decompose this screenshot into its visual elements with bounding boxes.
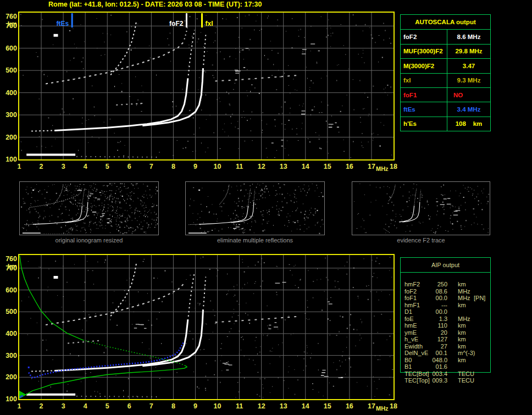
x-tick-label: 8 <box>167 402 179 410</box>
x-tick-label: 11 <box>234 163 246 170</box>
parameter-value: 20 <box>422 329 447 336</box>
parameter-name: Ewidth <box>404 343 423 350</box>
parameter-unit: km <box>458 357 466 364</box>
echo-traces <box>26 263 297 397</box>
trace-f2-o-mode-top <box>189 30 195 76</box>
y-tick-label: 500 <box>1 67 17 74</box>
parameter-value: 110 <box>422 322 447 329</box>
bright-blob <box>54 34 58 37</box>
trace-second-hop <box>30 193 81 208</box>
y-tick-label: 400 <box>1 89 17 97</box>
parameter-value: 00.0 <box>422 295 447 302</box>
parameter-value: 00.1 <box>422 350 447 357</box>
parameter-name: MUF(3000)F2 <box>401 45 447 58</box>
x-tick-label: 7 <box>145 163 157 170</box>
x-axis-unit: MHz <box>376 165 389 172</box>
echo-traces <box>189 185 255 233</box>
aip-table-rows: hmF2250kmfoF208.6MHzfoF100.0MHz[PN]hmF1-… <box>401 281 490 384</box>
y-tick-label: 760 <box>1 255 17 263</box>
trace-f2-x-mode <box>65 202 88 223</box>
noise-speckle <box>20 14 392 158</box>
x-tick-label: 8 <box>167 163 179 170</box>
x-tick-label: 4 <box>79 163 91 170</box>
aip-row-D1: D100.0 <box>401 308 490 316</box>
parameter-name: foF1 <box>401 88 447 102</box>
y-tick-label: 200 <box>1 373 17 381</box>
trace-second-hop-top <box>81 187 82 192</box>
bottom-ionogram-canvas <box>19 255 394 399</box>
panel-evidence-f2-trace-canvas <box>352 182 490 235</box>
parameter-name: foE <box>404 316 414 323</box>
caption-original-ionogram: original ionogram resized <box>19 237 159 244</box>
trace-f2-x-mode <box>231 202 254 223</box>
y-tick-label: 700 <box>1 22 17 30</box>
parameter-name: hmF2 <box>404 281 420 288</box>
trace-f2-x-mode-top <box>254 190 255 201</box>
autoscala-screen: Rome (lat: +41.8, lon: 012.5) - DATE: 20… <box>0 0 532 415</box>
trace-f-trace-lead <box>31 130 54 131</box>
trace-f2-x-mode <box>402 202 420 222</box>
autoscala-row-fxI: fxI9.3 MHz <box>401 73 490 87</box>
restored-trace <box>20 343 184 398</box>
x-tick-label: 12 <box>256 163 268 170</box>
autoscala-output-table: AUTOSCALA outputfoF28.6 MHzMUF(3000)F229… <box>400 14 491 131</box>
trace-second-hop-curl <box>389 185 395 201</box>
aip-row-foE: foE1.3MHz <box>401 316 490 323</box>
x-tick-label: 6 <box>123 402 135 410</box>
parameter-value: 29.8 MHz <box>447 45 490 58</box>
x-tick-label: 1 <box>13 163 25 170</box>
panel-original-ionogram <box>19 181 159 235</box>
trace-f2-o-mode <box>399 206 414 222</box>
bottom-ionogram-plot <box>18 254 395 400</box>
parameter-unit: km <box>458 281 466 288</box>
trace-second-hop-curl <box>220 185 229 204</box>
x-tick-label: 6 <box>123 163 135 170</box>
parameter-flag: [PN] <box>474 295 485 302</box>
trace-second-hop-top <box>184 28 187 40</box>
x-tick-label: 18 <box>387 402 400 410</box>
parameter-value: 00.0 <box>422 308 447 316</box>
parameter-unit: MHz <box>458 316 470 323</box>
scaled-markers: ftEsfoF2fxI <box>56 13 213 27</box>
x-tick-label: 12 <box>256 402 268 410</box>
trace-f2-x-mode-top <box>420 190 421 201</box>
parameter-value: 127 <box>422 336 447 343</box>
aip-output-table: AIP output hmF2250kmfoF208.6MHzfoF100.0M… <box>400 257 491 373</box>
parameter-name: B0 <box>404 357 412 364</box>
trace-f2-x-mode-top <box>203 35 206 65</box>
aip-row-B0: B0048.0km <box>401 357 490 364</box>
autoscala-row-foF1: foF1NO <box>401 87 490 102</box>
marker-label-fxI: fxI <box>205 20 213 27</box>
aip-row-B1: B101.6 <box>401 363 490 370</box>
trace-dashes-460-right <box>215 75 297 81</box>
grid <box>19 13 394 159</box>
panel-original-ionogram-canvas <box>20 182 158 235</box>
noise-speckle <box>189 183 324 234</box>
parameter-value: 3.4 MHz <box>447 102 490 116</box>
top-ionogram-plot: ftEsfoF2fxI <box>18 12 395 161</box>
parameter-name: D1 <box>404 308 412 316</box>
parameter-name: hmF1 <box>404 302 420 309</box>
x-tick-label: 15 <box>322 163 334 170</box>
trace-p3-fragment <box>384 229 390 233</box>
parameter-unit: MHz <box>458 295 470 302</box>
y-tick-label: 760 <box>1 13 17 20</box>
autoscala-row-MUF(3000)F2: MUF(3000)F229.8 MHz <box>401 44 490 58</box>
parameter-name: foF1 <box>404 295 417 302</box>
parameter-value: --- <box>422 302 447 309</box>
aip-table-title: AIP output <box>401 258 490 273</box>
bright-blob <box>54 276 58 279</box>
x-tick-label: 9 <box>189 402 201 410</box>
autoscala-row-ftEs: ftEs3.4 MHz <box>401 102 490 116</box>
parameter-name: foF2 <box>401 30 447 43</box>
parameter-value: 01.6 <box>422 363 447 370</box>
autoscala-row-foF2: foF28.6 MHz <box>401 29 490 43</box>
aip-row-DelN_vE: DelN_vE00.1m^(-3) <box>401 350 490 357</box>
parameter-value: 27 <box>422 343 447 350</box>
y-tick-label: 500 <box>1 308 17 316</box>
trace-dashes-360 <box>68 341 101 344</box>
aip-row-TEC[Bot]: TEC[Bot]003.4TECU <box>401 370 490 378</box>
y-tick-label: 600 <box>1 286 17 294</box>
trace-f2-o-mode-top <box>82 188 85 204</box>
x-tick-label: 2 <box>35 402 47 410</box>
